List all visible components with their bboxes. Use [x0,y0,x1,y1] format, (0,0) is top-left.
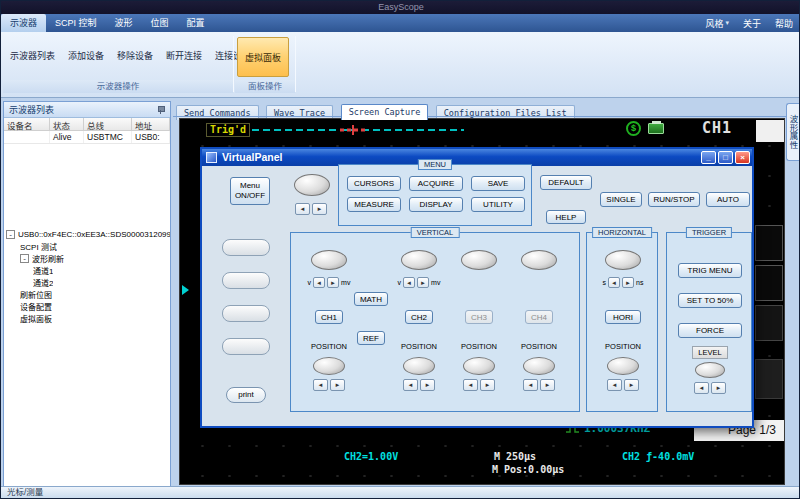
ch1-position-knob[interactable] [313,357,345,375]
tree-item-refresh-bitmap[interactable]: 刷新位图 [6,288,170,300]
ch4-volts-knob[interactable] [521,250,557,270]
left-arrow-button[interactable]: ◄ [313,277,325,288]
right-arrow-button[interactable]: ► [330,379,345,391]
left-arrow-button[interactable]: ◄ [313,379,328,391]
close-button[interactable]: × [735,151,750,164]
column-bus[interactable]: 总线 [84,118,132,131]
tab-screen-capture[interactable]: Screen Capture [341,104,429,120]
right-arrow-button[interactable]: ► [622,277,634,288]
math-button[interactable]: MATH [354,292,388,306]
right-arrow-button[interactable]: ► [420,379,435,391]
nanosecond-unit-label: ns [636,279,643,286]
device-table-row[interactable]: Alive USBTMC USB0: [4,131,170,144]
left-arrow-button[interactable]: ◄ [403,379,418,391]
main-area: Send Commands Wave Trace Screen Capture … [173,101,787,488]
left-arrow-button[interactable]: ◄ [523,379,538,391]
left-arrow-button[interactable]: ◄ [295,203,310,215]
default-button[interactable]: DEFAULT [540,175,592,190]
ribbon-button-virtual-panel[interactable]: 虚拟面板 [237,37,289,77]
statusbar: 光标/测量 [1,486,800,498]
ribbon-button-remove-device[interactable]: 移除设备 [112,42,158,69]
tree-item-device-config[interactable]: 设备配置 [6,300,170,312]
menu-about[interactable]: 关于 [743,17,761,30]
acquire-button[interactable]: ACQUIRE [409,176,463,191]
horizontal-position-knob[interactable] [607,357,639,375]
display-button[interactable]: DISPLAY [409,197,463,212]
side-tab-waveform-properties[interactable]: 波形属性 [786,103,799,161]
auto-button[interactable]: AUTO [706,192,750,207]
right-arrow-button[interactable]: ► [711,382,726,394]
ch2-volts-knob[interactable] [401,250,437,270]
measure-button[interactable]: MEASURE [347,197,401,212]
right-arrow-button[interactable]: ► [312,203,327,215]
tree-item-label: 设备配置 [20,301,52,312]
menu-tab-waveform[interactable]: 波形 [106,14,142,32]
hori-button[interactable]: HORI [605,310,641,324]
ch1-volts-knob[interactable] [311,250,347,270]
ch1-button[interactable]: CH1 [315,310,343,324]
softkey-button-4[interactable] [222,338,270,355]
force-button[interactable]: FORCE [678,323,742,338]
softkey-button-1[interactable] [222,239,270,256]
left-arrow-button[interactable]: ◄ [607,379,622,391]
menu-style[interactable]: 风格 ▾ [705,17,729,30]
right-arrow-button[interactable]: ► [327,277,339,288]
ribbon-button-add-device[interactable]: 添加设备 [63,42,109,69]
set-to-50-button[interactable]: SET TO 50% [678,293,742,308]
left-arrow-button[interactable]: ◄ [463,379,478,391]
right-arrow-button[interactable]: ► [480,379,495,391]
utility-button[interactable]: UTILITY [471,197,525,212]
left-arrow-button[interactable]: ◄ [694,382,709,394]
single-button[interactable]: SINGLE [600,192,642,207]
ch3-position-knob[interactable] [463,357,495,375]
maximize-button[interactable]: □ [718,151,733,164]
column-address[interactable]: 地址 [132,118,170,131]
cursors-button[interactable]: CURSORS [347,176,401,191]
tree-item-channel1[interactable]: 通道1 [6,264,170,276]
left-arrow-button[interactable]: ◄ [403,277,415,288]
ribbon-button-scope-list[interactable]: 示波器列表 [5,42,60,69]
trig-menu-button[interactable]: TRIG MENU [678,263,742,278]
save-button[interactable]: SAVE [471,176,525,191]
ch4-button[interactable]: CH4 [525,310,553,324]
tree-item-scpi-test[interactable]: SCPI 测试 [6,240,170,252]
minimize-button[interactable]: _ [701,151,716,164]
tree-item-channel2[interactable]: 通道2 [6,276,170,288]
left-arrow-button[interactable]: ◄ [608,277,620,288]
ch2-button[interactable]: CH2 [405,310,433,324]
timebase-knob[interactable] [605,250,641,270]
softkey-button-3[interactable] [222,305,270,322]
adjust-knob[interactable] [294,174,330,196]
tree-item-waveform-refresh[interactable]: - 波形刷新 [6,252,170,264]
trigger-level-knob[interactable] [695,362,725,378]
ch3-volts-knob[interactable] [461,250,497,270]
column-device-name[interactable]: 设备名 [4,118,50,131]
menu-help[interactable]: 帮助 [775,17,793,30]
menu-tab-scpi[interactable]: SCPI 控制 [46,14,106,32]
ribbon-button-disconnect[interactable]: 断开连接 [161,42,207,69]
ref-button[interactable]: REF [357,331,385,345]
collapse-icon[interactable]: - [6,230,15,239]
menu-tab-config[interactable]: 配置 [178,14,214,32]
column-status[interactable]: 状态 [50,118,84,131]
pin-icon[interactable] [157,106,165,114]
menu-onoff-button[interactable]: Menu ON/OFF [230,177,270,205]
help-button[interactable]: HELP [546,210,586,224]
right-arrow-button[interactable]: ► [540,379,555,391]
tree-item-root[interactable]: - USB0::0xF4EC::0xEE3A::SDS00003120996 [6,228,170,240]
right-arrow-button[interactable]: ► [417,277,429,288]
menu-style-label: 风格 [705,17,723,30]
tree-item-virtual-panel[interactable]: 虚拟面板 [6,312,170,324]
menu-tab-oscilloscope[interactable]: 示波器 [1,14,46,32]
run-stop-button[interactable]: RUN/STOP [648,192,700,207]
right-arrow-button[interactable]: ► [624,379,639,391]
menu-tab-bitmap[interactable]: 位图 [142,14,178,32]
print-button[interactable]: print [226,387,266,403]
ch4-position-knob[interactable] [523,357,555,375]
position-label: POSITION [305,342,353,351]
position-label: POSITION [515,342,563,351]
ch2-position-knob[interactable] [403,357,435,375]
ch3-button[interactable]: CH3 [465,310,493,324]
collapse-icon[interactable]: - [20,254,29,263]
softkey-button-2[interactable] [222,272,270,289]
